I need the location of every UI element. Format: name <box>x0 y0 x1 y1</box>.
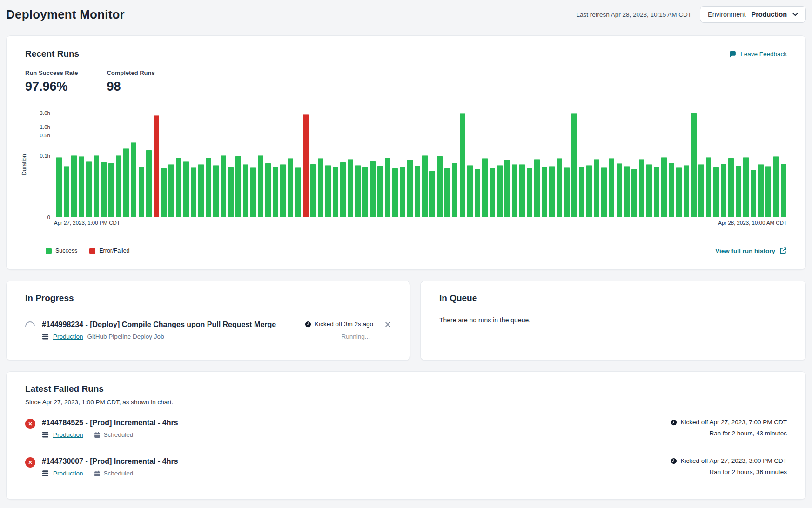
run-bar[interactable] <box>571 113 577 217</box>
run-bar[interactable] <box>385 158 390 217</box>
run-bar[interactable] <box>713 167 719 217</box>
run-bar[interactable] <box>108 163 114 217</box>
environment-link[interactable]: Production <box>53 470 83 477</box>
run-bar[interactable] <box>669 163 674 217</box>
run-bar[interactable] <box>557 158 562 217</box>
run-bar[interactable] <box>400 167 405 217</box>
run-bar[interactable] <box>303 114 309 217</box>
run-bar[interactable] <box>429 171 435 217</box>
run-bar[interactable] <box>467 165 473 217</box>
run-bar[interactable] <box>624 166 630 217</box>
run-bar[interactable] <box>654 167 659 217</box>
run-bar[interactable] <box>542 167 547 217</box>
run-bar[interactable] <box>392 168 398 217</box>
run-bar[interactable] <box>295 167 301 217</box>
run-bar[interactable] <box>504 160 510 217</box>
run-bar[interactable] <box>437 156 443 217</box>
run-bar[interactable] <box>773 156 779 217</box>
run-bar[interactable] <box>639 159 644 217</box>
run-bar[interactable] <box>183 161 189 217</box>
run-bar[interactable] <box>781 164 786 217</box>
run-bar[interactable] <box>594 159 599 217</box>
run-bar[interactable] <box>646 164 652 217</box>
run-bar[interactable] <box>213 165 219 217</box>
run-bar[interactable] <box>340 162 346 217</box>
run-bar[interactable] <box>534 159 540 217</box>
run-bar[interactable] <box>527 168 532 217</box>
run-bar[interactable] <box>736 166 741 217</box>
run-bar[interactable] <box>617 163 622 217</box>
view-full-run-history-link[interactable]: View full run history <box>715 247 787 254</box>
run-bar[interactable] <box>265 163 271 217</box>
run-bar[interactable] <box>288 158 293 217</box>
run-bar[interactable] <box>243 164 248 217</box>
run-bar[interactable] <box>101 162 107 217</box>
run-bar[interactable] <box>743 157 749 217</box>
run-bar[interactable] <box>549 166 555 217</box>
run-bar[interactable] <box>168 164 174 217</box>
run-bar[interactable] <box>348 159 353 217</box>
run-bar[interactable] <box>475 169 480 217</box>
run-bar[interactable] <box>698 164 704 217</box>
environment-select[interactable]: Environment Production <box>700 6 806 23</box>
run-bar[interactable] <box>706 157 711 217</box>
run-bar[interactable] <box>206 158 211 217</box>
run-bar[interactable] <box>139 167 144 217</box>
run-bar[interactable] <box>661 157 667 217</box>
run-bar[interactable] <box>586 165 592 217</box>
run-bar[interactable] <box>86 161 92 217</box>
run-bar[interactable] <box>407 160 413 217</box>
run-bar[interactable] <box>362 167 368 217</box>
run-bar[interactable] <box>56 157 62 217</box>
run-bar[interactable] <box>64 166 69 217</box>
run-bar[interactable] <box>579 167 584 217</box>
run-bar[interactable] <box>154 115 159 217</box>
run-bar[interactable] <box>676 167 682 217</box>
run-bar[interactable] <box>497 165 503 217</box>
run-bar[interactable] <box>609 158 614 217</box>
run-bar[interactable] <box>377 166 383 217</box>
run-bar[interactable] <box>564 167 570 217</box>
run-bar[interactable] <box>370 161 376 217</box>
run-bar[interactable] <box>258 155 263 217</box>
run-bar[interactable] <box>198 164 204 217</box>
run-bar[interactable] <box>751 170 756 217</box>
run-bar[interactable] <box>228 167 234 217</box>
run-bar[interactable] <box>452 163 457 217</box>
run-bar[interactable] <box>721 164 726 217</box>
run-bar[interactable] <box>684 165 689 217</box>
run-bar[interactable] <box>512 164 517 217</box>
run-bar[interactable] <box>333 167 338 217</box>
run-bar[interactable] <box>728 158 734 217</box>
run-bar[interactable] <box>765 166 771 217</box>
run-bar[interactable] <box>191 167 196 217</box>
run-bar[interactable] <box>444 168 450 217</box>
run-bar[interactable] <box>250 167 256 217</box>
run-bar[interactable] <box>221 155 226 217</box>
run-bar[interactable] <box>116 155 121 217</box>
run-bar[interactable] <box>318 158 323 217</box>
run-bar[interactable] <box>123 148 129 217</box>
run-bar[interactable] <box>601 167 607 217</box>
run-bar[interactable] <box>758 164 764 217</box>
close-icon[interactable] <box>384 321 391 328</box>
run-bar[interactable] <box>79 156 84 217</box>
run-bar[interactable] <box>146 150 152 217</box>
run-bar[interactable] <box>422 155 428 217</box>
run-bar[interactable] <box>490 168 495 217</box>
environment-link[interactable]: Production <box>53 333 83 340</box>
run-bar[interactable] <box>325 165 331 217</box>
run-bar[interactable] <box>691 113 697 217</box>
run-bar[interactable] <box>71 155 77 217</box>
run-bar[interactable] <box>460 113 465 217</box>
run-bar[interactable] <box>273 167 278 217</box>
run-bar[interactable] <box>280 164 286 217</box>
run-bar[interactable] <box>482 158 488 217</box>
run-bar[interactable] <box>519 164 525 217</box>
leave-feedback-link[interactable]: Leave Feedback <box>729 50 787 58</box>
run-bar[interactable] <box>235 156 241 217</box>
run-bar[interactable] <box>176 158 181 217</box>
run-bar[interactable] <box>131 142 136 217</box>
run-bar[interactable] <box>161 168 167 217</box>
run-bar[interactable] <box>310 164 316 217</box>
